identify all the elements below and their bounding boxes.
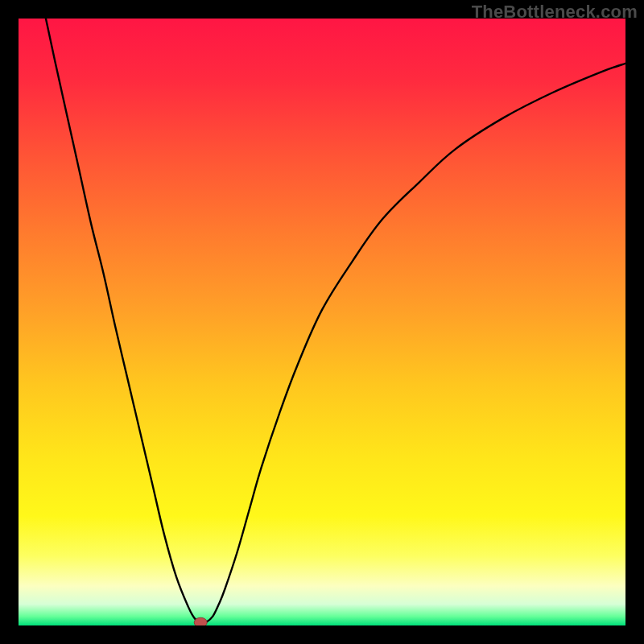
- chart-svg: [19, 19, 625, 625]
- optimal-point-marker: [194, 617, 207, 625]
- gradient-background: [19, 19, 625, 625]
- plot-area: [19, 19, 625, 625]
- outer-frame: TheBottleneck.com: [0, 0, 644, 644]
